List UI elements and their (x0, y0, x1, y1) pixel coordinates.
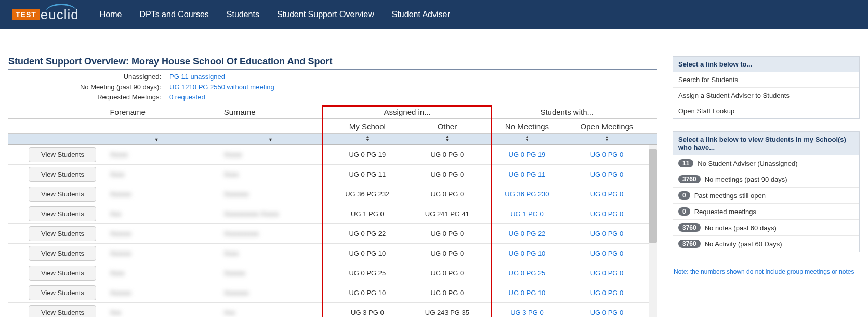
link-staff-lookup[interactable]: Open Staff Lookup (673, 103, 859, 118)
cell-forename: Xxxxxx (110, 230, 131, 237)
cell-my-school: UG 0 PG 10 (327, 283, 407, 302)
cell-forename: Xxx (110, 309, 121, 316)
cell-no-meetings[interactable]: UG 0 PG 10 (487, 283, 567, 302)
cell-my-school: UG 0 PG 25 (327, 263, 407, 283)
cell-open-meetings[interactable]: UG 0 PG 0 (567, 204, 647, 223)
summary-nomeeting-label: No Meeting (past 90 days): (8, 82, 169, 93)
cell-forename: Xxxxxx (110, 190, 131, 198)
cell-open-meetings[interactable]: UG 0 PG 0 (567, 223, 647, 243)
table-row: View StudentsXxxxxxXxxxxxxUG 36 PG 232UG… (8, 184, 657, 204)
cell-no-meetings[interactable]: UG 0 PG 10 (487, 243, 567, 263)
cell-no-meetings[interactable]: UG 0 PG 25 (487, 263, 567, 283)
cell-no-meetings[interactable]: UG 36 PG 230 (487, 184, 567, 204)
view-students-button[interactable]: View Students (29, 187, 96, 202)
count-badge: 3760 (678, 240, 701, 248)
col-open-meetings[interactable]: Open Meetings (567, 118, 647, 133)
scrollbar-thumb[interactable] (649, 149, 657, 243)
cell-open-meetings[interactable]: UG 0 PG 0 (567, 263, 647, 283)
cell-open-meetings[interactable]: UG 0 PG 0 (567, 144, 647, 164)
cell-other: UG 0 PG 0 (407, 283, 488, 302)
cell-open-meetings[interactable]: UG 0 PG 0 (567, 302, 647, 317)
table-scrollbar[interactable] (649, 145, 657, 318)
cell-my-school: UG 1 PG 0 (327, 204, 407, 223)
sort-open-meetings[interactable] (567, 133, 647, 144)
col-my-school[interactable]: My School (327, 118, 407, 133)
summary-nomeeting-link[interactable]: UG 1210 PG 2550 without meeting (169, 83, 274, 91)
cell-my-school: UG 36 PG 232 (327, 184, 407, 204)
cell-no-meetings[interactable]: UG 1 PG 0 (487, 204, 567, 223)
filter-item-label: Past meetings still open (694, 192, 766, 200)
filter-item[interactable]: 3760No Activity (past 60 Days) (673, 236, 859, 252)
table-row: View StudentsXxxXxxxxxxxxx XxxxxUG 1 PG … (8, 204, 657, 223)
cell-my-school: UG 0 PG 19 (327, 144, 407, 164)
cell-surname: Xxxx (224, 170, 239, 178)
view-students-button[interactable]: View Students (29, 147, 96, 162)
col-surname[interactable]: Surname (214, 105, 327, 119)
panel-filters: Select a link below to view Students in … (673, 131, 860, 252)
cell-no-meetings[interactable]: UG 0 PG 19 (487, 144, 567, 164)
view-students-button[interactable]: View Students (29, 206, 96, 221)
filter-item[interactable]: 11No Student Adviser (Unassigned) (673, 155, 859, 171)
view-students-button[interactable]: View Students (29, 167, 96, 182)
view-students-button[interactable]: View Students (29, 285, 96, 300)
cell-forename: Xxxx (110, 269, 124, 277)
link-assign-adviser[interactable]: Assign a Student Adviser to Students (673, 88, 859, 103)
filter-surname[interactable] (214, 133, 327, 144)
table-row: View StudentsXxxxxxXxxxxxxxxxUG 0 PG 22U… (8, 223, 657, 243)
logo-test-badge: TEST (12, 9, 40, 20)
table-row: View StudentsXxxxxXxxxxUG 0 PG 19UG 0 PG… (8, 144, 657, 164)
filter-forename[interactable] (99, 133, 213, 144)
cell-no-meetings[interactable]: UG 0 PG 22 (487, 223, 567, 243)
col-no-meetings[interactable]: No Meetings (487, 118, 567, 133)
logo[interactable]: TEST euclid (12, 7, 79, 23)
link-search-students[interactable]: Search for Students (673, 72, 859, 88)
nav-students[interactable]: Students (227, 10, 259, 19)
cell-open-meetings[interactable]: UG 0 PG 0 (567, 184, 647, 204)
col-group-assigned: Assigned in... (327, 105, 487, 119)
summary-requested-link[interactable]: 0 requested (169, 93, 205, 101)
view-students-button[interactable]: View Students (29, 246, 96, 261)
nav-support-overview[interactable]: Student Support Overview (277, 10, 374, 19)
filter-item[interactable]: 3760No meetings (past 90 days) (673, 171, 859, 188)
sort-no-meetings[interactable] (487, 133, 567, 144)
cell-no-meetings[interactable]: UG 0 PG 11 (487, 164, 567, 184)
cell-open-meetings[interactable]: UG 0 PG 0 (567, 283, 647, 302)
filter-item[interactable]: 0Past meetings still open (673, 188, 859, 204)
sort-other[interactable] (407, 133, 488, 144)
nav-dpts[interactable]: DPTs and Courses (139, 10, 208, 19)
cell-surname: Xxx (224, 309, 235, 316)
table-row: View StudentsXxxxXxxxUG 0 PG 11UG 0 PG 0… (8, 164, 657, 184)
table-row: View StudentsXxxXxxUG 3 PG 0UG 243 PG 35… (8, 302, 657, 317)
cell-other: UG 0 PG 0 (407, 243, 488, 263)
view-students-button[interactable]: View Students (29, 226, 96, 241)
summary-unassigned-link[interactable]: PG 11 unassigned (169, 73, 225, 81)
count-badge: 3760 (678, 223, 701, 232)
cell-other: UG 241 PG 41 (407, 204, 488, 223)
cell-open-meetings[interactable]: UG 0 PG 0 (567, 164, 647, 184)
chevron-down-icon (154, 135, 159, 143)
filter-item[interactable]: 3760No notes (past 60 days) (673, 220, 859, 236)
cell-surname: Xxxxx (224, 151, 242, 158)
count-badge: 0 (678, 207, 690, 216)
chevron-down-icon (268, 135, 273, 143)
cell-forename: Xxx (110, 210, 121, 218)
filter-item-label: No Activity (past 60 Days) (705, 240, 782, 248)
nav-student-adviser[interactable]: Student Adviser (392, 10, 450, 19)
col-forename[interactable]: Forename (99, 105, 213, 119)
nav-home[interactable]: Home (100, 10, 122, 19)
filter-item[interactable]: 0Requested meetings (673, 204, 859, 220)
count-badge: 3760 (678, 175, 701, 183)
cell-my-school: UG 3 PG 0 (327, 302, 407, 317)
cell-forename: Xxxx (110, 170, 124, 178)
sort-my-school[interactable] (327, 133, 407, 144)
cell-surname: Xxxxxxxxxx Xxxxx (224, 210, 279, 218)
cell-other: UG 0 PG 0 (407, 164, 488, 184)
panel-filters-note: Note: the numbers shown do not include g… (673, 265, 860, 280)
col-other[interactable]: Other (407, 118, 488, 133)
cell-forename: Xxxxxx (110, 249, 131, 257)
view-students-button[interactable]: View Students (29, 305, 96, 318)
panel-actions-title: Select a link below to... (673, 57, 859, 72)
cell-open-meetings[interactable]: UG 0 PG 0 (567, 243, 647, 263)
cell-no-meetings[interactable]: UG 3 PG 0 (487, 302, 567, 317)
view-students-button[interactable]: View Students (29, 266, 96, 281)
